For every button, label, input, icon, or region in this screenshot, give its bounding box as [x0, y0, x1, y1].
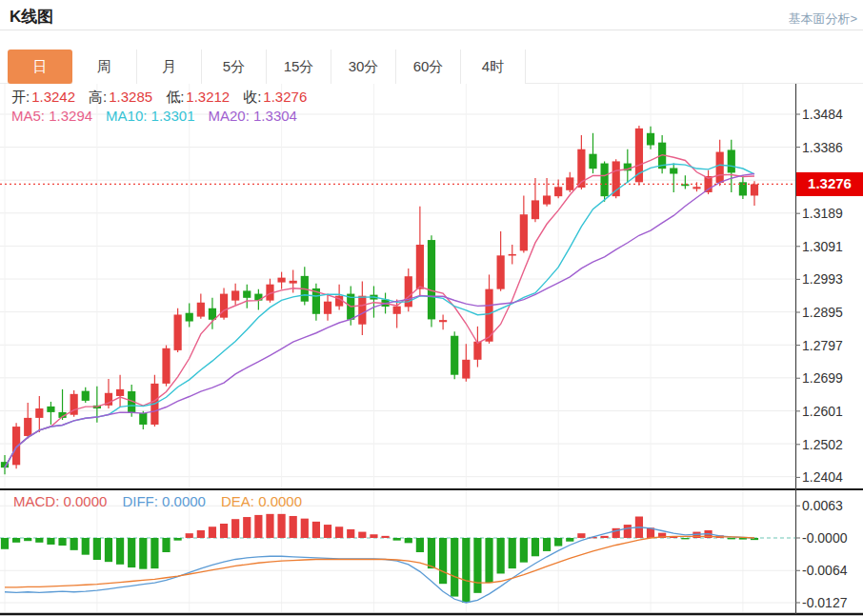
candle-up	[416, 245, 424, 289]
diff-value: 0.0000	[162, 493, 206, 509]
macd-bar	[485, 538, 492, 583]
macd-bar	[601, 536, 609, 538]
macd-bar	[128, 538, 135, 567]
macd-bar	[151, 538, 158, 568]
ma5-value: 1.3294	[49, 108, 92, 124]
candle-up	[751, 184, 758, 195]
macd-bar	[58, 538, 66, 546]
candle-down	[670, 169, 677, 174]
macd-bar	[139, 538, 147, 569]
price-axis-label: 1.3386	[802, 140, 843, 155]
price-axis-label: 1.2797	[802, 338, 843, 353]
macd-bar	[381, 536, 389, 538]
high-label: 高:	[89, 89, 107, 105]
interval-tab-1[interactable]: 周	[72, 50, 137, 84]
candle-down	[47, 407, 54, 412]
macd-bar	[301, 519, 309, 538]
candle-up	[220, 294, 228, 318]
macd-bar	[105, 538, 112, 562]
candle-up	[532, 200, 539, 219]
interval-tab-4[interactable]: 15分	[267, 50, 331, 84]
macd-bar	[462, 538, 470, 603]
ma20-value: 1.3304	[253, 108, 297, 124]
dea-value: 0.0000	[258, 493, 302, 509]
interval-tab-6[interactable]: 60分	[396, 50, 461, 84]
page-title: K线图	[10, 6, 53, 28]
macd-bar	[186, 533, 193, 538]
macd-bar	[231, 519, 239, 538]
candle-up	[162, 348, 170, 384]
candle-up	[497, 255, 505, 288]
macd-bar	[358, 532, 366, 538]
kline-page: 1.34841.33861.31891.30911.29931.28951.27…	[0, 0, 863, 616]
close-label: 收:	[243, 89, 261, 105]
price-axis-label: 1.3091	[802, 239, 843, 254]
candle-up	[439, 320, 447, 322]
candle-up	[231, 290, 239, 300]
macd-bar	[451, 538, 458, 597]
macd-bar	[162, 538, 170, 552]
interval-tab-5[interactable]: 30分	[331, 50, 396, 84]
candle-down	[647, 133, 654, 146]
price-axis-label: 1.2404	[802, 469, 843, 485]
candle-up	[473, 342, 481, 360]
ma-info: MA5: 1.3294MA10: 1.3301MA20: 1.3304	[11, 108, 297, 124]
diff-value-info: DIFF: 0.0000	[122, 493, 206, 509]
ma10-info: MA10: 1.3301	[106, 108, 194, 124]
price-axis-label: 1.3189	[802, 206, 843, 221]
candle-up	[290, 281, 297, 284]
candle-up	[116, 389, 124, 396]
macd-bar	[35, 538, 43, 543]
price-axis-label: 1.3484	[802, 107, 843, 122]
candle-down	[739, 182, 747, 195]
macd-bar	[566, 538, 573, 542]
interval-tab-2[interactable]: 月	[137, 50, 202, 84]
candle-up	[554, 187, 562, 196]
candle-up	[277, 278, 285, 283]
macd-bar	[290, 516, 297, 538]
macd-axis-label: -0.0127	[802, 595, 848, 610]
macd-bar	[1, 538, 9, 549]
dea-value-info: DEA: 0.0000	[221, 493, 302, 509]
open-label: 开:	[11, 89, 30, 105]
macd-bar	[347, 529, 354, 538]
candle-down	[589, 154, 596, 169]
ma20-line	[5, 174, 754, 468]
interval-tab-bar: 日周月5分15分30分60分4时	[0, 50, 863, 84]
ma20-info: MA20: 1.3304	[209, 108, 297, 124]
macd-bar	[266, 514, 273, 538]
candle-up	[35, 408, 43, 418]
macd-bar	[82, 538, 90, 555]
candle-up	[24, 418, 31, 436]
interval-tab-0[interactable]: 日	[8, 50, 72, 84]
macd-bar	[243, 517, 251, 538]
macd-bar	[335, 527, 343, 538]
ma10-value: 1.3301	[151, 108, 195, 124]
price-axis-label: 1.2895	[802, 305, 843, 320]
fundamental-analysis-link[interactable]: 基本面分析>	[788, 10, 857, 28]
macd-bar	[681, 538, 689, 539]
macd-bar	[509, 538, 516, 568]
macd-bar	[405, 538, 412, 543]
macd-bar	[70, 538, 78, 550]
price-axis-label: 1.2502	[802, 437, 843, 452]
price-axis-label: 1.2699	[802, 370, 843, 386]
candle-down	[451, 336, 458, 375]
macd-bar	[12, 538, 20, 543]
macd-bar	[428, 538, 435, 568]
macd-value: 0.0000	[64, 493, 108, 509]
interval-tab-7[interactable]: 4时	[461, 50, 526, 84]
open-value: 1.3242	[31, 89, 75, 105]
macd-bar	[312, 522, 320, 538]
candle-down	[601, 164, 609, 197]
macd-bar	[277, 514, 285, 538]
candle-up	[393, 307, 401, 314]
macd-value-info: MACD: 0.0000	[13, 493, 107, 509]
macd-bar	[728, 538, 735, 539]
interval-tab-3[interactable]: 5分	[202, 50, 267, 84]
macd-bar	[254, 515, 262, 538]
macd-bar	[47, 538, 54, 545]
candle-down	[243, 290, 251, 297]
macd-info: MACD: 0.0000DIFF: 0.0000DEA: 0.0000	[13, 493, 302, 509]
high-value: 1.3285	[109, 89, 152, 105]
